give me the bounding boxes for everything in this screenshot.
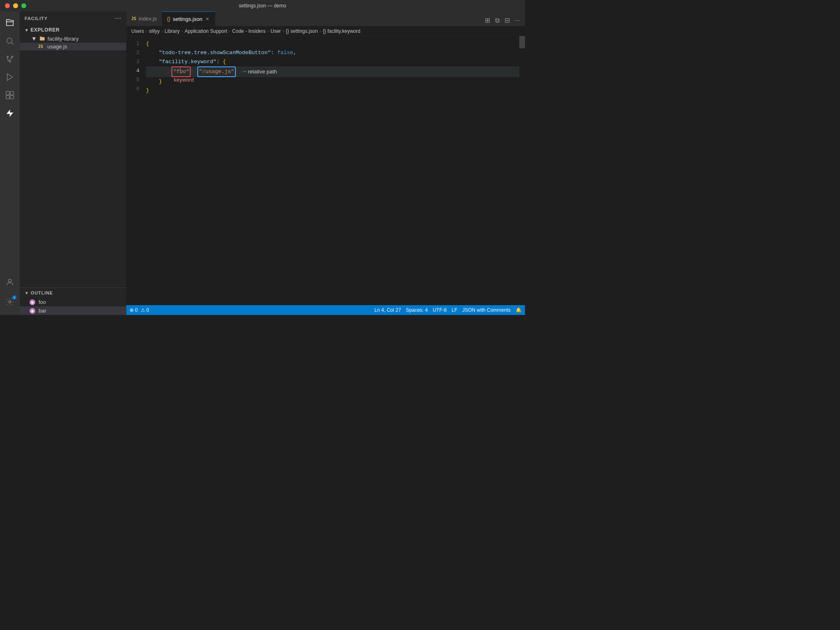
outline-item-foo[interactable]: ◉ foo [20,298,126,306]
file-item-usage-js[interactable]: JS usage.js [20,43,126,50]
error-icon: ⊗ [130,307,134,313]
encoding-label: UTF-8 [433,307,447,313]
activity-source-control-icon[interactable] [2,51,18,67]
breadcrumb-sillyy[interactable]: sillyy [149,28,160,34]
breadcrumb-application-support[interactable]: Application Support [185,28,227,34]
editor-layout-button[interactable]: ⊟ [503,15,511,26]
token-open-brace-1: { [146,39,149,48]
activity-account-icon[interactable] [2,274,18,290]
svg-marker-12 [7,110,14,117]
svg-point-4 [11,56,13,58]
titlebar: settings.json — demo [0,0,525,11]
cursor-annotation [180,66,180,74]
outline-bar-icon: ◉ [30,308,35,314]
breadcrumb-users[interactable]: Users [131,28,144,34]
status-bar: ⊗ 0 ⚠ 0 Ln 4, Col 27 Spaces: 4 UTF-8 LF [126,305,525,315]
activity-run-icon[interactable] [2,69,18,85]
explorer-section: ▼ EXPLORER ▼ facility-library JS usage.j… [20,25,126,288]
code-line-1: { [146,39,519,48]
line-num-6: 6 [126,84,139,94]
tab-actions: ⊞ ⧉ ⊟ ··· [483,15,525,26]
eol-label: LF [452,307,457,313]
js-file-icon: JS [38,44,43,49]
status-errors[interactable]: ⊗ 0 ⚠ 0 [130,307,149,313]
editor-area: JS index.js {} settings.json × ⊞ ⧉ ⊟ ···… [126,11,525,315]
svg-line-6 [10,57,12,60]
outline-header[interactable]: ▼ OUTLINE [20,288,126,298]
outline-item-bar[interactable]: ◉ bar [20,306,126,315]
line-num-5: 5 [126,75,139,84]
open-editors-button[interactable]: ⊞ [483,15,492,26]
explorer-title[interactable]: ▼ EXPLORER [20,25,126,34]
status-ln-col[interactable]: Ln 4, Col 27 [374,307,401,313]
tab-settings-json-label: settings.json [173,16,202,22]
language-label: JSON with Comments [462,307,511,313]
relative-path-label: relative path [248,67,277,76]
activity-lightning-icon[interactable] [2,105,18,121]
activity-settings-icon[interactable]: 1 [2,294,18,310]
breadcrumb-settings-json[interactable]: {} settings.json [286,28,318,34]
settings-badge: 1 [12,295,16,299]
activity-explorer-icon[interactable] [2,15,18,31]
svg-rect-11 [10,96,14,99]
scrollbar-thumb [519,36,525,48]
explorer-chevron-icon: ▼ [25,28,29,32]
line-numbers: 1 2 3 4 5 6 [126,36,143,305]
code-content[interactable]: { "todo-tree.tree.showScanModeButton" : … [143,36,519,305]
error-count: 0 [135,307,138,313]
svg-rect-8 [6,91,9,95]
traffic-lights[interactable] [5,3,26,8]
activity-search-icon[interactable] [2,33,18,49]
sidebar-more-button[interactable]: ··· [115,15,121,22]
breadcrumb-user[interactable]: User [270,28,281,34]
svg-point-14 [9,301,11,303]
more-actions-button[interactable]: ··· [513,15,522,26]
svg-rect-10 [6,96,9,99]
tab-settings-json-icon: {} [167,16,170,22]
activity-extensions-icon[interactable] [2,87,18,103]
code-line-3: "facility.keyword" : { [146,57,519,66]
breadcrumb-code-insiders[interactable]: Code - Insiders [232,28,265,34]
feedback-icon: 🔔 [516,307,522,313]
tab-index-js[interactable]: JS index.js [126,11,162,26]
window-title: settings.json — demo [239,3,286,9]
activity-bottom: 1 [2,274,18,315]
svg-rect-9 [10,91,14,95]
code-line-6: } [146,86,519,95]
outline-foo-icon: ◉ [30,299,35,305]
svg-line-2 [11,43,13,44]
token-value-false: false [277,48,293,57]
status-encoding[interactable]: UTF-8 [433,307,447,313]
sidebar: FACILITY ··· ▼ EXPLORER ▼ facility-libra… [20,11,126,315]
svg-point-3 [7,56,9,58]
tab-index-js-label: index.js [139,16,157,22]
status-spaces[interactable]: Spaces: 4 [406,307,428,313]
sidebar-header: FACILITY ··· [20,11,126,25]
code-editor[interactable]: 1 2 3 4 5 6 { "todo-tree.tree.showScanMo… [126,36,525,305]
svg-point-13 [8,279,11,282]
ln-col-label: Ln 4, Col 27 [374,307,401,313]
status-feedback[interactable]: 🔔 [516,307,522,313]
breadcrumb-facility-keyword[interactable]: {} facility.keyword [323,28,361,34]
breadcrumb: Users › sillyy › Library › Application S… [126,26,525,36]
status-language[interactable]: JSON with Comments [462,307,511,313]
annotation-usage-box: "/usage.js" [197,66,236,77]
tab-close-button[interactable]: × [205,15,210,23]
outline-section: ▼ OUTLINE ◉ foo ◉ bar [20,288,126,315]
app-container: 1 FACILITY ··· ▼ EXPLORER ▼ facility-lib… [0,11,525,315]
minimize-button[interactable] [13,3,18,8]
close-button[interactable] [5,3,10,8]
tab-settings-json[interactable]: {} settings.json × [162,11,215,26]
code-line-2: "todo-tree.tree.showScanModeButton" : fa… [146,48,519,57]
breadcrumb-library[interactable]: Library [164,28,180,34]
maximize-button[interactable] [21,3,26,8]
editor-scrollbar[interactable] [519,36,525,305]
tab-index-js-icon: JS [131,16,136,21]
warning-icon: ⚠ [141,307,145,313]
code-line-4: "foo" "/usage.js" → relative path [146,66,519,77]
split-editor-button[interactable]: ⧉ [493,15,501,26]
status-right: Ln 4, Col 27 Spaces: 4 UTF-8 LF JSON wit… [374,307,522,313]
token-key-todo: "todo-tree.tree.showScanModeButton" [159,48,271,57]
folder-item-facility-library[interactable]: ▼ facility-library [20,34,126,43]
status-eol[interactable]: LF [452,307,457,313]
